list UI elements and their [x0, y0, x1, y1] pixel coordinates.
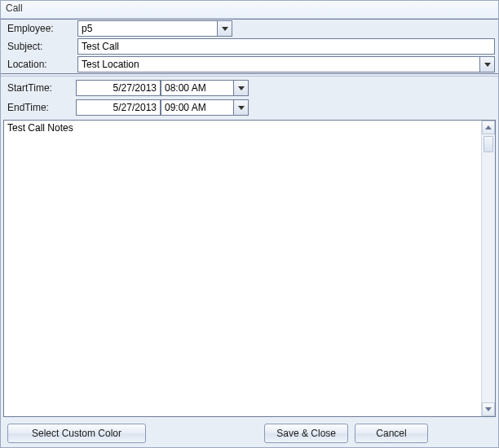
chevron-down-icon [238, 106, 245, 110]
chevron-down-icon [222, 27, 228, 31]
chevron-down-icon [485, 407, 492, 411]
divider [1, 76, 498, 77]
chevron-up-icon [485, 125, 492, 130]
employee-row: Employee: [1, 20, 498, 37]
end-time-label: EndTime: [4, 102, 76, 113]
end-date-input[interactable] [76, 99, 161, 116]
chevron-down-icon [484, 63, 491, 67]
location-dropdown-button[interactable] [480, 56, 495, 72]
window-title: Call [1, 1, 498, 19]
start-time-label: StartTime: [4, 82, 76, 94]
end-time-combo[interactable] [161, 99, 249, 116]
location-combo[interactable] [77, 56, 495, 72]
call-dialog: Call Employee: Subject: Location: [0, 0, 499, 448]
location-input[interactable] [77, 56, 480, 72]
end-time-input[interactable] [161, 99, 234, 116]
svg-marker-0 [222, 27, 228, 31]
location-label: Location: [4, 59, 76, 70]
subject-label: Subject: [4, 41, 76, 52]
employee-combo[interactable] [77, 20, 232, 37]
start-time-input[interactable] [161, 80, 234, 96]
scroll-up-button[interactable] [482, 121, 495, 134]
svg-marker-4 [485, 125, 492, 130]
start-time-combo[interactable] [161, 80, 249, 96]
start-time-row: StartTime: [1, 78, 498, 98]
chevron-down-icon [238, 86, 245, 90]
svg-marker-2 [238, 86, 245, 90]
start-date-input[interactable] [76, 80, 161, 96]
notes-textarea[interactable] [4, 121, 481, 416]
location-row: Location: [1, 55, 498, 73]
form-header: Employee: Subject: Location: [1, 19, 498, 74]
scroll-thumb[interactable] [484, 136, 493, 152]
cancel-button[interactable]: Cancel [355, 424, 428, 443]
save-close-button[interactable]: Save & Close [264, 424, 348, 443]
employee-label: Employee: [4, 23, 76, 34]
employee-input[interactable] [77, 20, 218, 37]
end-time-row: EndTime: [1, 98, 498, 117]
notes-scrollbar[interactable] [481, 121, 495, 416]
start-time-dropdown-button[interactable] [234, 80, 249, 96]
end-time-dropdown-button[interactable] [234, 99, 249, 116]
svg-marker-3 [238, 106, 245, 110]
notes-area [3, 120, 496, 417]
svg-marker-1 [484, 63, 491, 67]
employee-dropdown-button[interactable] [218, 20, 232, 37]
subject-input[interactable] [77, 38, 495, 55]
button-bar: Select Custom Color Save & Close Cancel [1, 419, 498, 447]
scroll-down-button[interactable] [482, 402, 495, 416]
subject-row: Subject: [1, 37, 498, 55]
select-custom-color-button[interactable]: Select Custom Color [7, 424, 146, 443]
svg-marker-5 [485, 407, 492, 411]
